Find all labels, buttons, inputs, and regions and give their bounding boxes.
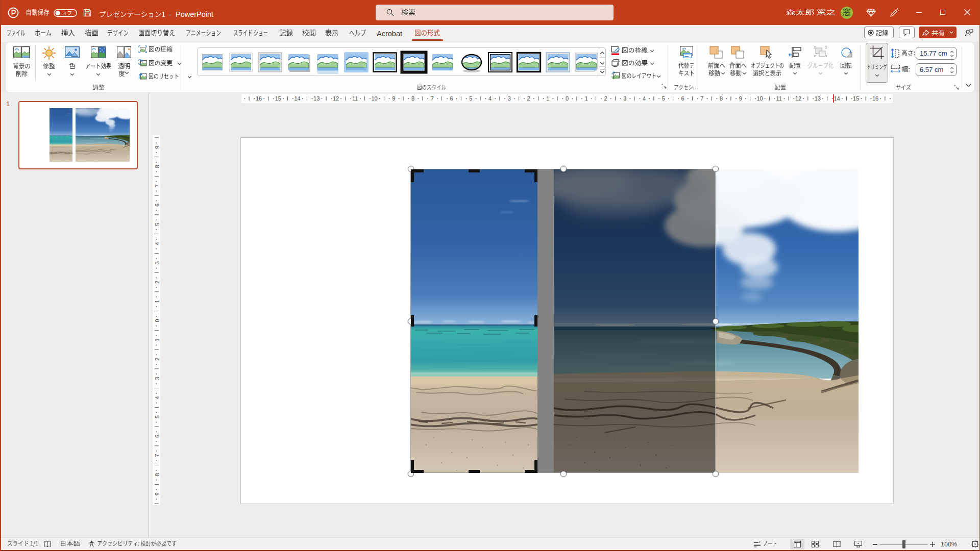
svg-text:8: 8: [154, 165, 160, 168]
svg-text:2: 2: [527, 95, 530, 102]
svg-text:13: 13: [815, 95, 821, 102]
svg-text:6: 6: [154, 204, 160, 207]
svg-text:6: 6: [450, 95, 453, 102]
svg-text:0: 0: [154, 319, 160, 322]
svg-text:2: 2: [154, 358, 160, 361]
svg-text:13: 13: [313, 95, 320, 102]
svg-text:7: 7: [154, 184, 160, 187]
svg-text:1: 1: [154, 338, 160, 341]
svg-text:4: 4: [643, 95, 646, 102]
svg-text:1: 1: [546, 95, 549, 102]
svg-text:6: 6: [681, 95, 684, 102]
svg-text:12: 12: [333, 95, 339, 102]
svg-text:14: 14: [294, 95, 300, 102]
svg-text:12: 12: [795, 95, 801, 102]
svg-text:4: 4: [488, 95, 492, 102]
svg-text:10: 10: [756, 95, 763, 102]
svg-text:3: 3: [508, 95, 511, 102]
svg-text:15: 15: [275, 95, 281, 102]
svg-text:8: 8: [411, 95, 414, 102]
svg-text:3: 3: [154, 261, 160, 264]
svg-text:9: 9: [154, 146, 160, 149]
svg-text:7: 7: [431, 95, 434, 102]
svg-text:16: 16: [256, 95, 262, 102]
svg-text:14: 14: [834, 95, 840, 102]
svg-text:3: 3: [623, 95, 626, 102]
svg-text:15: 15: [853, 95, 859, 102]
svg-text:9: 9: [739, 95, 742, 102]
svg-text:1: 1: [585, 95, 588, 102]
svg-text:2: 2: [154, 281, 160, 284]
svg-text:8: 8: [154, 473, 160, 476]
svg-text:16: 16: [872, 95, 878, 102]
svg-text:0: 0: [566, 95, 569, 102]
svg-text:5: 5: [662, 95, 665, 102]
svg-text:4: 4: [154, 396, 160, 399]
svg-text:11: 11: [352, 95, 358, 102]
svg-text:9: 9: [154, 492, 160, 495]
svg-text:7: 7: [700, 95, 703, 102]
svg-text:10: 10: [371, 95, 377, 102]
svg-text:3: 3: [154, 377, 160, 380]
svg-text:6: 6: [154, 435, 160, 438]
svg-text:1: 1: [154, 300, 160, 303]
svg-text:4: 4: [154, 242, 160, 245]
svg-text:2: 2: [604, 95, 607, 102]
svg-text:11: 11: [776, 95, 781, 102]
svg-text:5: 5: [154, 415, 160, 418]
svg-text:7: 7: [154, 454, 160, 457]
svg-text:9: 9: [392, 95, 395, 102]
svg-text:5: 5: [469, 95, 472, 102]
svg-text:5: 5: [154, 223, 160, 226]
svg-text:8: 8: [720, 95, 723, 102]
